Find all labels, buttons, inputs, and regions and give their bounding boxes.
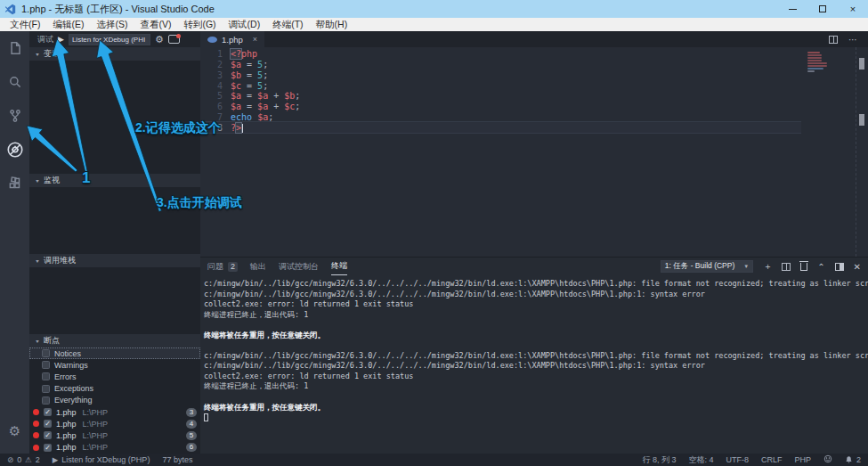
code-editor[interactable]: 1<?php2$a = 5;3$b = 5;4$c = 5;5$a = $a +… xyxy=(200,47,868,257)
menu-item[interactable]: 转到(G) xyxy=(177,18,222,31)
panel-tab-终端[interactable]: 终端 xyxy=(331,258,347,275)
breakpoint-option-row[interactable]: Everything xyxy=(29,395,200,406)
overview-ruler[interactable] xyxy=(856,47,868,257)
code-token: $c xyxy=(284,102,295,111)
line-number: 8 xyxy=(200,123,231,133)
breakpoints-section-header[interactable]: ▼ 断点 xyxy=(29,334,200,347)
variables-section-header[interactable]: ▼ 变量 xyxy=(29,47,200,61)
line-number: 6 xyxy=(200,102,231,111)
chevron-expanded-icon: ▼ xyxy=(35,258,40,263)
minimap[interactable] xyxy=(804,51,856,73)
notifications-bell[interactable]: 2 xyxy=(845,455,861,464)
source-control-icon[interactable] xyxy=(0,99,29,133)
search-icon[interactable] xyxy=(0,65,29,99)
extensions-icon[interactable] xyxy=(0,167,29,200)
code-line[interactable]: 5$a = $a + $b; xyxy=(200,91,801,102)
debug-status[interactable]: ▶ Listen for XDebug (PHP) xyxy=(53,455,150,464)
breakpoint-option-row[interactable]: Notices xyxy=(29,347,200,359)
language-mode[interactable]: PHP xyxy=(794,455,811,464)
panel-tab-badge: 2 xyxy=(228,262,238,272)
menu-item[interactable]: 查看(V) xyxy=(134,18,177,31)
tab-close-icon[interactable]: × xyxy=(253,35,257,44)
feedback-smiley-icon[interactable] xyxy=(823,454,832,465)
watch-section-header[interactable]: ▼ 监视 xyxy=(29,174,200,187)
breakpoint-file-row[interactable]: ✓1.phpL:\PHP4 xyxy=(29,418,200,429)
restore-button[interactable] xyxy=(807,0,838,18)
manage-gear-icon[interactable]: ⚙ xyxy=(0,414,29,448)
checkbox-unchecked-icon[interactable] xyxy=(42,385,50,393)
cursor-position[interactable]: 行 8, 列 3 xyxy=(642,454,676,466)
maximize-panel-icon[interactable]: ⌃ xyxy=(817,262,824,272)
checkbox-checked-icon[interactable]: ✓ xyxy=(44,420,52,428)
menu-item[interactable]: 文件(F) xyxy=(4,18,46,31)
code-line[interactable]: 7echo $a; xyxy=(200,112,801,123)
minimize-button[interactable] xyxy=(777,0,807,18)
debug-console-icon[interactable] xyxy=(168,35,180,44)
breakpoint-file-row[interactable]: ✓1.phpL:\PHP3 xyxy=(29,406,200,418)
panel-tab-输出[interactable]: 输出 xyxy=(250,258,266,275)
problems-status[interactable]: ⊘ 0 ⚠ 2 xyxy=(7,455,40,464)
checkbox-checked-icon[interactable]: ✓ xyxy=(44,444,52,452)
panel-tab-问题[interactable]: 问题2 xyxy=(207,258,238,275)
checkbox-unchecked-icon[interactable] xyxy=(42,372,50,380)
terminal-line: c:/mingw/bin/../lib/gcc/mingw32/6.3.0/..… xyxy=(204,351,868,362)
breakpoint-dot-icon xyxy=(33,432,39,438)
panel-tab-label: 问题 xyxy=(207,261,223,273)
kill-terminal-icon[interactable] xyxy=(800,263,807,271)
terminal-output[interactable]: c:/mingw/bin/../lib/gcc/mingw32/6.3.0/..… xyxy=(200,275,868,454)
breakpoint-option-row[interactable]: Errors xyxy=(29,371,200,382)
warning-icon: ⚠ xyxy=(25,455,32,464)
menu-item[interactable]: 选择(S) xyxy=(90,18,134,31)
terminal-cursor-line xyxy=(204,413,868,423)
code-line[interactable]: 4$c = 5; xyxy=(200,80,801,91)
title-bar: 1.php - 无标题 (工作区) - Visual Studio Code × xyxy=(0,0,868,18)
code-line[interactable]: 6$a = $a + $c; xyxy=(200,102,801,112)
configure-gear-icon[interactable]: ⚙ xyxy=(155,34,164,45)
menu-item[interactable]: 编辑(E) xyxy=(46,18,90,31)
menu-item[interactable]: 调试(D) xyxy=(223,18,267,31)
eol-status[interactable]: CRLF xyxy=(761,455,783,464)
terminal-picker-dropdown[interactable]: 1: 任务 - Build (CPP) ▼ xyxy=(661,260,753,273)
encoding-status[interactable]: UTF-8 xyxy=(726,455,749,464)
checkbox-unchecked-icon[interactable] xyxy=(42,397,50,405)
start-debug-button[interactable]: ▶ xyxy=(58,35,64,44)
code-line[interactable]: 3$b = 5; xyxy=(200,70,801,81)
checkbox-unchecked-icon[interactable] xyxy=(42,349,50,357)
move-panel-icon[interactable] xyxy=(835,263,844,271)
code-line[interactable]: 8?> xyxy=(200,122,801,133)
new-terminal-icon[interactable]: ＋ xyxy=(763,260,772,273)
vscode-logo-icon xyxy=(4,4,16,15)
code-line[interactable]: 1<?php xyxy=(200,49,801,60)
indentation-status[interactable]: 空格: 4 xyxy=(688,454,713,466)
breakpoint-file-row[interactable]: ✓1.phpL:\PHP6 xyxy=(29,442,200,454)
explorer-icon[interactable] xyxy=(0,31,29,65)
terminal-line: c:/mingw/bin/../lib/gcc/mingw32/6.3.0/..… xyxy=(204,279,868,290)
breakpoint-option-label: Everything xyxy=(54,396,93,405)
watch-section: ▼ 监视 xyxy=(29,174,200,254)
vscode-window: 1.php - 无标题 (工作区) - Visual Studio Code ×… xyxy=(0,0,868,466)
debug-config-dropdown[interactable]: Listen for XDebug (PHI ▼ xyxy=(69,34,150,45)
close-panel-icon[interactable]: ✕ xyxy=(854,262,861,272)
split-terminal-icon[interactable] xyxy=(782,263,791,271)
split-editor-icon[interactable] xyxy=(829,36,838,44)
close-button[interactable]: × xyxy=(838,0,868,18)
checkbox-checked-icon[interactable]: ✓ xyxy=(44,431,52,439)
menu-item[interactable]: 帮助(H) xyxy=(310,18,354,31)
code-token: + xyxy=(268,102,284,111)
panel-tab-调试控制台[interactable]: 调试控制台 xyxy=(279,258,319,275)
debug-icon[interactable] xyxy=(0,133,29,167)
code-token: echo xyxy=(231,112,252,122)
checkbox-checked-icon[interactable]: ✓ xyxy=(44,408,52,416)
checkbox-unchecked-icon[interactable] xyxy=(42,361,50,369)
breakpoint-file-path: L:\PHP xyxy=(83,431,109,440)
menu-item[interactable]: 终端(T) xyxy=(266,18,309,31)
more-actions-icon[interactable]: ⋯ xyxy=(848,35,857,45)
panel-tab-label: 输出 xyxy=(250,261,266,273)
code-line[interactable]: 2$a = 5; xyxy=(200,60,801,70)
callstack-section-header[interactable]: ▼ 调用堆栈 xyxy=(29,254,200,267)
breakpoint-line-badge: 3 xyxy=(186,408,197,417)
breakpoint-file-row[interactable]: ✓1.phpL:\PHP5 xyxy=(29,429,200,441)
breakpoint-option-row[interactable]: Exceptions xyxy=(29,383,200,395)
tab-1php[interactable]: 1.php × xyxy=(200,31,264,47)
breakpoint-option-row[interactable]: Warnings xyxy=(29,359,200,371)
